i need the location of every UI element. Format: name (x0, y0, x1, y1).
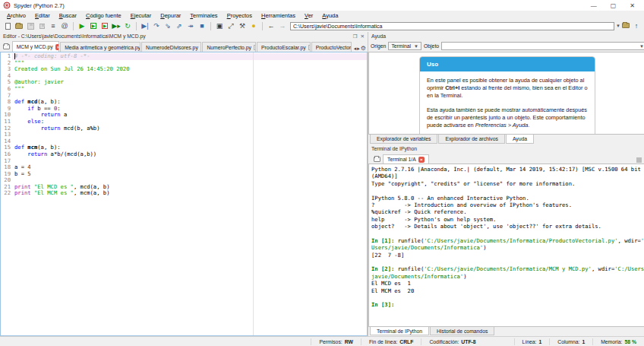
object-combobox[interactable]: ▼ (441, 42, 644, 50)
menu-editar[interactable]: Editar (31, 11, 54, 20)
usage-card-title: Uso (420, 57, 595, 71)
parent-directory-icon[interactable]: ↑ (631, 21, 642, 31)
editor-tab-media-aritmetica[interactable]: Media aritmetica y geométrica.py × (60, 42, 140, 52)
menu-codigo-fuente[interactable]: Código fuente (82, 11, 125, 20)
menu-terminales[interactable]: Terminales (186, 11, 221, 20)
tab-historial-comandos[interactable]: Historial de comandos (430, 327, 494, 335)
open-file-icon[interactable] (14, 21, 24, 31)
preferences-icon[interactable]: ⚒ (237, 21, 248, 31)
step-over-icon[interactable]: ↷ (151, 21, 162, 31)
line-number-gutter: 12345678910111213141516171819202122 (1, 52, 12, 335)
menu-ejecutar[interactable]: Ejecutar (127, 11, 156, 20)
minimize-button[interactable]: — (591, 2, 597, 9)
help-panel-title: Ayuda (371, 33, 644, 39)
help-bottom-tabs: Explorador de variables Explorador de ar… (368, 135, 644, 144)
console-panel-header: Terminal de IPython ❐ ✕ (368, 144, 644, 153)
menu-herramientas[interactable]: Herramientas (257, 11, 299, 20)
continue-icon[interactable]: ↠ (185, 21, 196, 31)
find-symbols-icon[interactable]: @ (59, 21, 70, 31)
editor-tabbar: MCM y MCD.py × Media aritmetica y geomét… (0, 40, 368, 52)
main-area: Editor - C:\Users\javie\Documents\Inform… (0, 32, 644, 336)
console-tab-terminal-1a[interactable]: Terminal 1/A × (383, 154, 429, 163)
tab-close-icon[interactable]: × (254, 45, 256, 50)
editor-tab-productoescalar[interactable]: ProductoEscalar.py × (257, 42, 311, 52)
forward-icon[interactable]: → (277, 21, 288, 31)
editor-tab-numeroperfecto[interactable]: NumeroPerfecto.py × (202, 42, 256, 52)
fullscreen-icon[interactable]: ⤢ (226, 21, 236, 31)
menu-depurar[interactable]: Depurar (156, 11, 185, 20)
interrupt-kernel-icon[interactable] (636, 157, 642, 163)
right-column: Ayuda ❐ ✕ Origen Terminal ▼ Objeto ▼ ⚙ (368, 32, 644, 336)
scroll-tabs-right-icon[interactable]: ▸ (357, 46, 360, 52)
help-content: Uso En este panel es posible obtener la … (368, 52, 644, 135)
browse-tabs-icon[interactable] (2, 42, 12, 52)
eol-status: Fin de línea:CRLF (361, 338, 421, 345)
editor-options-icon[interactable]: ⚙ (361, 45, 366, 52)
console-bottom-tabs: Terminal de IPython Historial de comando… (368, 327, 644, 336)
console-output[interactable]: Python 2.7.16 |Anaconda, Inc.| (default,… (369, 164, 644, 326)
tab-close-icon[interactable]: × (200, 45, 202, 50)
menu-ver[interactable]: Ver (301, 11, 317, 20)
tab-close-icon[interactable]: × (308, 45, 311, 50)
new-file-icon[interactable] (2, 21, 13, 31)
console-body: Python 2.7.16 |Anaconda, Inc.| (default,… (368, 163, 644, 327)
run-cell-advance-icon[interactable]: ▶ (99, 21, 110, 31)
directory-dropdown-icon[interactable]: ▼ (616, 24, 620, 28)
memory-status: Memoria:58 % (592, 338, 644, 345)
editor-tab-productovectorial[interactable]: ProductoVectori (311, 42, 352, 52)
code-editor[interactable]: 12345678910111213141516171819202122 # -*… (0, 52, 368, 336)
save-icon[interactable] (25, 21, 36, 31)
rerun-icon[interactable]: ↻ (122, 21, 133, 31)
scroll-tabs-left-icon[interactable]: ◂ (354, 46, 357, 52)
file-switcher-icon[interactable]: ≡ (48, 21, 58, 31)
tab-explorador-variables[interactable]: Explorador de variables (370, 135, 437, 144)
tab-explorador-archivos[interactable]: Explorador de archivos (438, 135, 505, 144)
encoding-status: Codificación:UTF-8 (421, 338, 483, 345)
console-tab-close-icon[interactable]: × (418, 157, 425, 163)
console-tabbar: Terminal 1/A × ✎ ⚙ (368, 153, 644, 163)
help-panel-header: Ayuda ❐ ✕ (368, 32, 644, 40)
usage-card: Uso En este panel es posible obtener la … (419, 56, 595, 134)
editor-panel-header: Editor - C:\Users\javie\Documents\Inform… (0, 32, 368, 40)
run-cell-icon[interactable]: ▶ (88, 21, 99, 31)
editor-close-icon[interactable]: ✕ (361, 33, 365, 40)
line-status: Línea:1 (514, 338, 550, 345)
menu-archivo[interactable]: Archivo (3, 11, 30, 20)
debug-icon[interactable]: ▶| (140, 21, 150, 31)
close-button[interactable]: ✕ (630, 2, 635, 9)
code-text[interactable]: # -*- coding: utf-8 -*-"""Created on Sun… (12, 52, 367, 335)
pythonpath-icon[interactable]: ● (248, 21, 259, 31)
tab-close-icon[interactable]: × (55, 44, 59, 50)
column-status: Columna:1 (549, 338, 592, 345)
menu-buscar[interactable]: Buscar (55, 11, 80, 20)
main-toolbar: ≡ @ ▶ ▶ ▶ ▶▸ ↻ ▶| ↷ ⇘ ⇗ ↠ ■ ▣ ⤢ ⚒ ● ← → … (0, 20, 644, 32)
run-selection-icon[interactable]: ▶▸ (111, 21, 122, 31)
working-directory-input[interactable]: C:\Users\javie\Documents\Informatica (290, 22, 614, 30)
usage-paragraph-2: Esta ayuda también se puede mostrar auto… (427, 106, 588, 130)
source-label: Origen (371, 43, 386, 49)
menu-proyectos[interactable]: Proyectos (223, 11, 256, 20)
spyder-logo-icon (3, 2, 11, 9)
editor-undock-icon[interactable]: ❐ (353, 33, 358, 40)
browse-directory-icon[interactable] (622, 23, 630, 30)
console-panel-title: Terminal de IPython (371, 146, 644, 151)
maximize-button[interactable]: ▢ (611, 2, 617, 9)
back-icon[interactable]: ← (266, 21, 276, 31)
editor-tab-mcm-y-mcd[interactable]: MCM y MCD.py × (12, 41, 59, 52)
run-icon[interactable]: ▶ (77, 21, 87, 31)
menu-bar: Archivo Editar Buscar Código fuente Ejec… (0, 11, 644, 20)
tab-ayuda[interactable]: Ayuda (506, 135, 534, 144)
source-select[interactable]: Terminal ▼ (388, 42, 421, 50)
step-into-icon[interactable]: ⇘ (163, 21, 173, 31)
stop-debug-icon[interactable]: ■ (197, 21, 207, 31)
tab-terminal-ipython[interactable]: Terminal de IPython (370, 327, 429, 335)
new-console-icon[interactable] (371, 154, 383, 163)
maximize-pane-icon[interactable]: ▣ (214, 21, 225, 31)
editor-tab-numerodedivisores[interactable]: NumerodeDivisores.py × (141, 42, 201, 52)
help-toolbar: Origen Terminal ▼ Objeto ▼ ⚙ (368, 40, 644, 52)
step-return-icon[interactable]: ⇗ (174, 21, 185, 31)
save-all-icon[interactable] (36, 21, 47, 31)
text-cursor (14, 53, 15, 59)
menu-ayuda[interactable]: Ayuda (318, 11, 342, 20)
ipython-console-panel: Terminal de IPython ❐ ✕ Terminal 1/A × ✎… (368, 144, 644, 336)
